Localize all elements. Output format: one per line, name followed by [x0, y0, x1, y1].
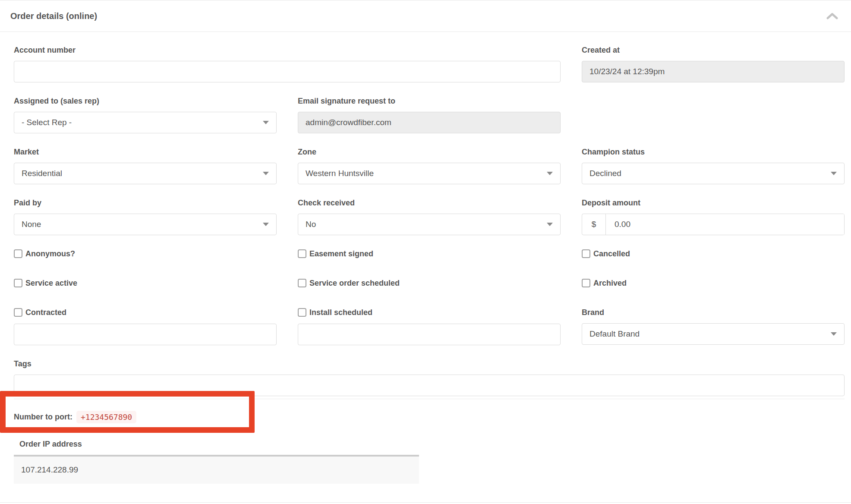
email-signature-field	[298, 112, 561, 133]
cancelled-checkbox[interactable]	[582, 249, 590, 258]
deposit-amount-label: Deposit amount	[582, 198, 845, 208]
paid-by-select[interactable]: None	[14, 214, 277, 235]
check-received-label: Check received	[298, 198, 561, 208]
contracted-checkbox[interactable]	[14, 308, 22, 317]
order-ip-section: Order IP address 107.214.228.99	[14, 439, 845, 484]
service-active-row: Service active	[14, 278, 277, 288]
market-value: Residential	[22, 169, 62, 178]
assigned-to-select[interactable]: - Select Rep -	[14, 112, 277, 133]
cancelled-row: Cancelled	[582, 249, 845, 259]
contracted-row: Contracted	[14, 307, 277, 318]
install-scheduled-label: Install scheduled	[309, 308, 372, 317]
paid-by-group: Paid by None	[14, 198, 277, 235]
tags-label: Tags	[14, 359, 845, 369]
install-scheduled-row: Install scheduled	[298, 307, 561, 318]
email-signature-label: Email signature request to	[298, 96, 561, 106]
caret-down-icon	[263, 223, 269, 226]
created-at-label: Created at	[582, 45, 845, 55]
paid-by-value: None	[22, 220, 41, 229]
panel-title: Order details (online)	[10, 11, 97, 21]
market-select[interactable]: Residential	[14, 163, 277, 184]
easement-signed-checkbox[interactable]	[298, 249, 306, 258]
easement-signed-row: Easement signed	[298, 249, 561, 259]
email-signature-group: Email signature request to	[298, 96, 561, 133]
install-date-input[interactable]	[298, 324, 561, 345]
contracted-date-input[interactable]	[14, 324, 277, 345]
account-number-label: Account number	[14, 45, 561, 55]
order-details-panel: Order details (online) Account number Cr…	[0, 0, 851, 504]
assigned-to-value: - Select Rep -	[22, 118, 72, 127]
order-ip-label: Order IP address	[19, 439, 845, 449]
market-label: Market	[14, 147, 277, 157]
account-number-input[interactable]	[14, 61, 561, 82]
deposit-amount-input[interactable]	[606, 214, 844, 235]
service-order-scheduled-row: Service order scheduled	[298, 278, 561, 288]
number-to-port-line: Number to port: +1234567890	[14, 411, 845, 423]
number-to-port-label: Number to port:	[14, 413, 72, 422]
check-received-group: Check received No	[298, 198, 561, 235]
zone-label: Zone	[298, 147, 561, 157]
anonymous-label: Anonymous?	[25, 249, 75, 258]
brand-group: Brand Default Brand	[582, 307, 845, 345]
created-at-group: Created at	[582, 45, 845, 82]
order-ip-value-box: 107.214.228.99	[14, 455, 419, 484]
created-at-field	[582, 61, 845, 82]
install-scheduled-checkbox[interactable]	[298, 308, 306, 317]
caret-down-icon	[547, 223, 553, 226]
service-order-scheduled-label: Service order scheduled	[309, 279, 400, 288]
tags-input[interactable]	[14, 375, 845, 396]
archived-checkbox[interactable]	[582, 279, 590, 287]
zone-group: Zone Western Huntsville	[298, 147, 561, 184]
zone-select[interactable]: Western Huntsville	[298, 163, 561, 184]
champion-status-select[interactable]: Declined	[582, 163, 845, 184]
tags-group: Tags	[14, 359, 845, 396]
service-order-scheduled-checkbox[interactable]	[298, 279, 306, 287]
panel-body: Account number Created at Assigned to (s…	[0, 32, 851, 484]
caret-down-icon	[831, 332, 837, 336]
assigned-to-label: Assigned to (sales rep)	[14, 96, 277, 106]
caret-down-icon	[263, 121, 269, 124]
checkbox-column-3: Cancelled Archived Brand Default Brand	[582, 249, 845, 345]
check-received-select[interactable]: No	[298, 214, 561, 235]
order-ip-value: 107.214.228.99	[21, 465, 78, 474]
assigned-to-group: Assigned to (sales rep) - Select Rep -	[14, 96, 277, 133]
champion-status-value: Declined	[589, 169, 621, 178]
cancelled-label: Cancelled	[593, 249, 630, 258]
paid-by-label: Paid by	[14, 198, 277, 208]
account-number-group: Account number	[14, 45, 561, 82]
anonymous-row: Anonymous?	[14, 249, 277, 259]
service-active-label: Service active	[25, 279, 77, 288]
easement-signed-label: Easement signed	[309, 249, 373, 258]
contracted-label: Contracted	[25, 308, 66, 317]
champion-status-label: Champion status	[582, 147, 845, 157]
panel-bottom-border	[0, 502, 851, 503]
champion-status-group: Champion status Declined	[582, 147, 845, 184]
number-to-port-value: +1234567890	[76, 411, 136, 423]
anonymous-checkbox[interactable]	[14, 249, 22, 258]
currency-prefix: $	[582, 214, 606, 235]
check-received-value: No	[306, 220, 316, 229]
panel-header: Order details (online)	[0, 0, 851, 32]
checkbox-column-1: Anonymous? Service active Contracted	[14, 249, 277, 345]
caret-down-icon	[831, 172, 837, 175]
collapse-button[interactable]	[825, 11, 840, 21]
chevron-up-icon	[826, 14, 838, 21]
brand-label: Brand	[582, 307, 845, 318]
checkbox-column-2: Easement signed Service order scheduled …	[298, 249, 561, 345]
archived-label: Archived	[593, 279, 627, 288]
caret-down-icon	[263, 172, 269, 175]
zone-value: Western Huntsville	[306, 169, 374, 178]
number-to-port-section: Number to port: +1234567890	[14, 399, 845, 423]
deposit-amount-group: Deposit amount $	[582, 198, 845, 235]
archived-row: Archived	[582, 278, 845, 288]
caret-down-icon	[547, 172, 553, 175]
brand-value: Default Brand	[589, 329, 640, 339]
market-group: Market Residential	[14, 147, 277, 184]
service-active-checkbox[interactable]	[14, 279, 22, 287]
spacer	[582, 96, 845, 147]
brand-select[interactable]: Default Brand	[582, 323, 845, 345]
